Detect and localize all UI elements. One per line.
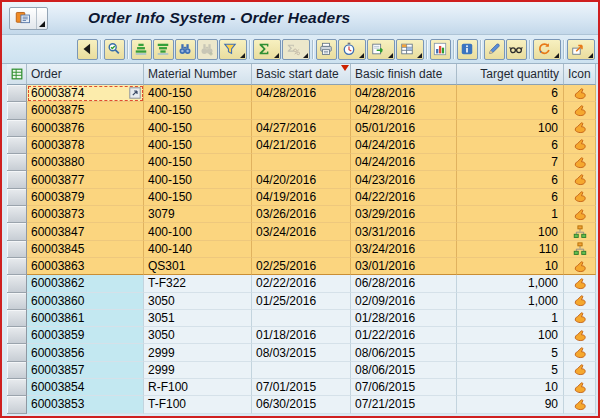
cell-basic-start-date[interactable]	[252, 154, 351, 171]
cell-icon[interactable]	[564, 120, 596, 137]
bar-chart-button[interactable]	[430, 39, 451, 60]
cell-material-number[interactable]: 3051	[144, 310, 252, 327]
cell-basic-start-date[interactable]: 04/21/2016	[252, 137, 351, 154]
cell-order[interactable]: 60003878	[27, 137, 144, 154]
subtotals-button[interactable]	[282, 39, 310, 60]
row-selector[interactable]	[7, 206, 27, 223]
cell-order[interactable]: 60003857	[27, 362, 144, 379]
cell-material-number[interactable]: 3079	[144, 206, 252, 223]
row-selector[interactable]	[7, 85, 27, 102]
cell-target-quantity[interactable]: 10	[457, 258, 564, 275]
row-selector[interactable]	[7, 344, 27, 361]
cell-target-quantity[interactable]: 7	[457, 154, 564, 171]
cell-order[interactable]: 60003853	[27, 396, 144, 413]
cell-target-quantity[interactable]: 110	[457, 241, 564, 258]
cell-basic-start-date[interactable]: 03/24/2016	[252, 223, 351, 240]
edit-pencil-button[interactable]	[484, 39, 505, 60]
cell-basic-start-date[interactable]: 06/30/2015	[252, 396, 351, 413]
row-selector[interactable]	[7, 154, 27, 171]
cell-icon[interactable]	[564, 396, 596, 413]
column-header-target-quantity[interactable]: Target quantity	[457, 64, 564, 85]
cell-target-quantity[interactable]: 1	[457, 310, 564, 327]
cell-icon[interactable]	[564, 258, 596, 275]
cell-target-quantity[interactable]: 10	[457, 379, 564, 396]
cell-basic-finish-date[interactable]: 02/09/2016	[351, 293, 457, 310]
goto-arrow-button[interactable]	[567, 39, 595, 60]
cell-basic-finish-date[interactable]: 04/28/2016	[351, 102, 457, 119]
cell-icon[interactable]	[564, 137, 596, 154]
cell-order[interactable]: 60003863	[27, 258, 144, 275]
cell-material-number[interactable]: 2999	[144, 362, 252, 379]
cell-material-number[interactable]: 400-140	[144, 241, 252, 258]
find-button[interactable]	[175, 39, 196, 60]
column-header-material-number[interactable]: Material Number	[144, 64, 252, 85]
cell-target-quantity[interactable]: 6	[457, 85, 564, 102]
back-button[interactable]	[77, 39, 98, 60]
row-selector[interactable]	[7, 275, 27, 292]
display-glasses-button[interactable]	[506, 39, 527, 60]
cell-target-quantity[interactable]: 90	[457, 396, 564, 413]
cell-material-number[interactable]: QS301	[144, 258, 252, 275]
sort-ascending-button[interactable]	[131, 39, 152, 60]
cell-icon[interactable]	[564, 189, 596, 206]
row-selector[interactable]	[7, 102, 27, 119]
row-selector[interactable]	[7, 362, 27, 379]
cell-icon[interactable]	[564, 85, 596, 102]
cell-material-number[interactable]: 400-150	[144, 171, 252, 188]
stopwatch-button[interactable]	[338, 39, 366, 60]
cell-basic-start-date[interactable]: 01/18/2016	[252, 327, 351, 344]
cell-order[interactable]: 60003862	[27, 275, 144, 292]
export-button[interactable]	[367, 39, 395, 60]
column-header-basic-start-date[interactable]: Basic start date	[252, 64, 351, 85]
row-selector[interactable]	[7, 241, 27, 258]
cell-material-number[interactable]: 400-150	[144, 85, 252, 102]
cell-basic-finish-date[interactable]: 01/28/2016	[351, 310, 457, 327]
filter-button[interactable]	[219, 39, 247, 60]
row-selector[interactable]	[7, 327, 27, 344]
row-selector[interactable]	[7, 171, 27, 188]
cell-order[interactable]: 60003860	[27, 293, 144, 310]
cell-basic-finish-date[interactable]: 03/29/2016	[351, 206, 457, 223]
cell-basic-start-date[interactable]: 01/25/2016	[252, 293, 351, 310]
cell-order[interactable]: 60003880	[27, 154, 144, 171]
cell-icon[interactable]	[564, 241, 596, 258]
cell-basic-start-date[interactable]: 02/22/2016	[252, 275, 351, 292]
cell-icon[interactable]	[564, 379, 596, 396]
cell-target-quantity[interactable]: 6	[457, 171, 564, 188]
choose-detail-button[interactable]	[104, 39, 125, 60]
cell-basic-start-date[interactable]	[252, 310, 351, 327]
cell-material-number[interactable]: 400-100	[144, 223, 252, 240]
refresh-button[interactable]	[533, 39, 561, 60]
row-selector[interactable]	[7, 223, 27, 240]
cell-icon[interactable]	[564, 293, 596, 310]
cell-basic-finish-date[interactable]: 04/28/2016	[351, 85, 457, 102]
row-selector[interactable]	[7, 258, 27, 275]
select-all-header[interactable]	[7, 64, 27, 85]
cell-target-quantity[interactable]: 100	[457, 327, 564, 344]
cell-icon[interactable]	[564, 275, 596, 292]
cell-material-number[interactable]: 3050	[144, 327, 252, 344]
cell-material-number[interactable]: 400-150	[144, 137, 252, 154]
cell-basic-finish-date[interactable]: 04/24/2016	[351, 154, 457, 171]
column-header-order[interactable]: Order	[27, 64, 144, 85]
cell-basic-finish-date[interactable]: 03/01/2016	[351, 258, 457, 275]
cell-order[interactable]: 60003854	[27, 379, 144, 396]
cell-basic-finish-date[interactable]: 04/22/2016	[351, 189, 457, 206]
cell-basic-finish-date[interactable]: 08/06/2015	[351, 344, 457, 361]
cell-order[interactable]: 60003856	[27, 344, 144, 361]
cell-basic-start-date[interactable]: 02/25/2016	[252, 258, 351, 275]
cell-order[interactable]: 60003877	[27, 171, 144, 188]
cell-basic-start-date[interactable]: 08/03/2015	[252, 344, 351, 361]
cell-order[interactable]: 60003876	[27, 120, 144, 137]
row-selector[interactable]	[7, 120, 27, 137]
cell-target-quantity[interactable]: 6	[457, 137, 564, 154]
row-selector[interactable]	[7, 310, 27, 327]
cell-basic-start-date[interactable]: 04/20/2016	[252, 171, 351, 188]
row-selector[interactable]	[7, 379, 27, 396]
cell-material-number[interactable]: 400-150	[144, 120, 252, 137]
cell-basic-start-date[interactable]: 03/26/2016	[252, 206, 351, 223]
cell-material-number[interactable]: 2999	[144, 344, 252, 361]
cell-target-quantity[interactable]: 5	[457, 362, 564, 379]
cell-icon[interactable]	[564, 310, 596, 327]
cell-order[interactable]: 60003847	[27, 223, 144, 240]
